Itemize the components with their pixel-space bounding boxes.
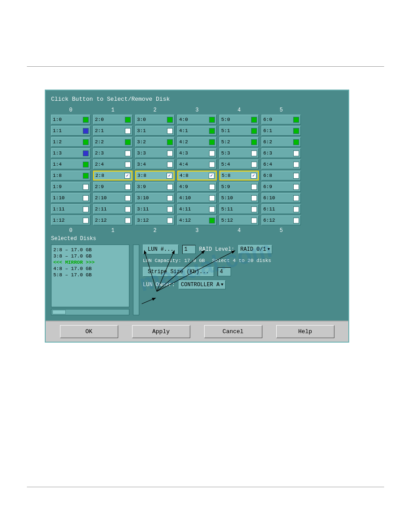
disk-btn-2-9[interactable]: 2:9 — [93, 182, 133, 192]
disk-btn-4-1[interactable]: 4:1 — [177, 126, 217, 136]
lun-button[interactable]: LUN #... — [143, 245, 179, 254]
disk-row-8: 1:8 2:8 3:8 4:8 5:8 6:8 — [51, 171, 343, 180]
disk-btn-6-9[interactable]: 6:9 — [261, 182, 301, 192]
disk-btn-1-8[interactable]: 1:8 — [51, 171, 90, 180]
disk-btn-2-10[interactable]: 2:10 — [93, 193, 133, 203]
disk-btn-6-8[interactable]: 6:8 — [261, 171, 301, 180]
disk-row-10: 1:10 2:10 3:10 4:10 5:10 6:10 — [51, 193, 343, 203]
raid-dropdown[interactable]: RAID 0/1 ▼ — [238, 245, 272, 254]
disk-btn-6-3[interactable]: 6:3 — [261, 148, 301, 158]
disk-btn-5-11[interactable]: 5:11 — [219, 204, 259, 214]
disk-btn-4-4[interactable]: 4:4 — [177, 159, 217, 169]
help-button[interactable]: Help — [276, 325, 334, 338]
lun-owner-label: LUN Owner: — [143, 282, 175, 288]
vertical-scrollbar[interactable] — [133, 245, 139, 315]
disk-btn-3-10[interactable]: 3:10 — [135, 193, 175, 203]
disk-btn-5-1[interactable]: 5:1 — [219, 126, 259, 136]
ok-button[interactable]: OK — [60, 325, 118, 338]
disk-btn-1-11[interactable]: 1:11 — [51, 204, 90, 214]
selected-item-2: 3:8 – 17.0 GB — [53, 253, 127, 259]
disk-btn-3-9[interactable]: 3:9 — [135, 182, 175, 192]
disk-row-1: 1:1 2:1 3:1 4:1 5:1 6:1 — [51, 126, 343, 136]
main-dialog: Click Button to Select/Remove Disk 0 1 2… — [45, 90, 349, 343]
lun-owner-arrow: ▼ — [221, 283, 223, 287]
stripe-button[interactable]: Stripe Size (Kb)... — [143, 267, 214, 277]
selected-disks-label: Selected Disks — [51, 236, 343, 242]
disk-btn-2-12[interactable]: 2:12 — [93, 215, 133, 225]
disk-btn-3-0[interactable]: 3:0 — [135, 115, 175, 124]
disk-btn-6-0[interactable]: 6:0 — [261, 115, 301, 124]
disk-btn-2-1[interactable]: 2:1 — [93, 126, 133, 136]
disk-btn-2-3[interactable]: 2:3 — [93, 148, 133, 158]
disk-btn-5-10[interactable]: 5:10 — [219, 193, 259, 203]
disk-btn-4-12[interactable]: 4:12 — [177, 215, 217, 225]
disk-btn-3-3[interactable]: 3:3 — [135, 148, 175, 158]
disk-btn-3-8[interactable]: 3:8 — [135, 171, 175, 180]
horizontal-scrollbar[interactable] — [51, 309, 129, 315]
cancel-button[interactable]: Cancel — [204, 325, 262, 338]
disk-grid: 1:0 2:0 3:0 4:0 5:0 6:0 1:1 2:1 3:1 4:1 … — [51, 115, 343, 225]
capacity-row: LUN Capacity: 17.0 GB Select 4 to 20 dis… — [143, 258, 343, 263]
raid-value: RAID 0/1 — [240, 246, 266, 253]
bottom-col-header-3: 3 — [177, 227, 217, 234]
top-divider — [27, 66, 384, 67]
disk-btn-2-2[interactable]: 2:2 — [93, 137, 133, 147]
disk-row-12: 1:12 2:12 3:12 4:12 5:12 6:12 — [51, 215, 343, 225]
disk-btn-6-4[interactable]: 6:4 — [261, 159, 301, 169]
disk-btn-3-12[interactable]: 3:12 — [135, 215, 175, 225]
disk-btn-5-0[interactable]: 5:0 — [219, 115, 259, 124]
disk-btn-1-2[interactable]: 1:2 — [51, 137, 90, 147]
disk-btn-5-8[interactable]: 5:8 — [219, 171, 259, 180]
disk-btn-1-12[interactable]: 1:12 — [51, 215, 90, 225]
disk-btn-1-4[interactable]: 1:4 — [51, 159, 90, 169]
disk-btn-6-2[interactable]: 6:2 — [261, 137, 301, 147]
disk-btn-1-0[interactable]: 1:0 — [51, 115, 90, 124]
disk-row-4: 1:4 2:4 3:4 4:4 5:4 6:4 — [51, 159, 343, 169]
disk-btn-1-3[interactable]: 1:3 — [51, 148, 90, 158]
lun-owner-dropdown[interactable]: CONTROLLER A ▼ — [179, 280, 226, 289]
disk-btn-5-9[interactable]: 5:9 — [219, 182, 259, 192]
selected-item-mirror: <<< MIRROR >>> — [53, 259, 127, 266]
apply-button[interactable]: Apply — [132, 325, 190, 338]
disk-btn-5-4[interactable]: 5:4 — [219, 159, 259, 169]
lun-raid-row: LUN #... RAID Level: RAID 0/1 ▼ — [143, 245, 343, 254]
disk-btn-2-8[interactable]: 2:8 — [93, 171, 133, 180]
bottom-col-header-0: 0 — [51, 227, 90, 234]
disk-btn-2-0[interactable]: 2:0 — [93, 115, 133, 124]
disk-btn-1-1[interactable]: 1:1 — [51, 126, 90, 136]
col-header-1: 1 — [93, 107, 133, 113]
disk-btn-6-1[interactable]: 6:1 — [261, 126, 301, 136]
disk-btn-2-4[interactable]: 2:4 — [93, 159, 133, 169]
disk-btn-2-11[interactable]: 2:11 — [93, 204, 133, 214]
disk-btn-5-3[interactable]: 5:3 — [219, 148, 259, 158]
disk-btn-1-9[interactable]: 1:9 — [51, 182, 90, 192]
disk-btn-6-11[interactable]: 6:11 — [261, 204, 301, 214]
disk-btn-6-12[interactable]: 6:12 — [261, 215, 301, 225]
stripe-row: Stripe Size (Kb)... — [143, 267, 343, 277]
stripe-input[interactable] — [218, 267, 231, 276]
page-background: Click Button to Select/Remove Disk 0 1 2… — [0, 0, 411, 532]
disk-btn-3-2[interactable]: 3:2 — [135, 137, 175, 147]
disk-btn-4-9[interactable]: 4:9 — [177, 182, 217, 192]
disk-btn-4-10[interactable]: 4:10 — [177, 193, 217, 203]
disk-btn-4-0[interactable]: 4:0 — [177, 115, 217, 124]
disk-btn-5-2[interactable]: 5:2 — [219, 137, 259, 147]
disk-btn-4-2[interactable]: 4:2 — [177, 137, 217, 147]
select-text: Select 4 to 20 disks — [212, 258, 271, 263]
disk-row-3: 1:3 2:3 3:3 4:3 5:3 6:3 — [51, 148, 343, 158]
disk-btn-4-3[interactable]: 4:3 — [177, 148, 217, 158]
disk-btn-5-12[interactable]: 5:12 — [219, 215, 259, 225]
disk-btn-4-11[interactable]: 4:11 — [177, 204, 217, 214]
disk-btn-3-1[interactable]: 3:1 — [135, 126, 175, 136]
disk-row-9: 1:9 2:9 3:9 4:9 5:9 6:9 — [51, 182, 343, 192]
bottom-col-header-1: 1 — [93, 227, 133, 234]
lun-input[interactable] — [182, 245, 196, 254]
col-header-5: 5 — [261, 107, 301, 113]
disk-btn-6-10[interactable]: 6:10 — [261, 193, 301, 203]
disk-btn-1-10[interactable]: 1:10 — [51, 193, 90, 203]
selected-disks-area: 2:8 – 17.0 GB 3:8 – 17.0 GB <<< MIRROR >… — [51, 245, 343, 315]
disk-btn-3-4[interactable]: 3:4 — [135, 159, 175, 169]
disk-row-11: 1:11 2:11 3:11 4:11 5:11 6:11 — [51, 204, 343, 214]
disk-btn-4-8[interactable]: 4:8 — [177, 171, 217, 180]
disk-btn-3-11[interactable]: 3:11 — [135, 204, 175, 214]
